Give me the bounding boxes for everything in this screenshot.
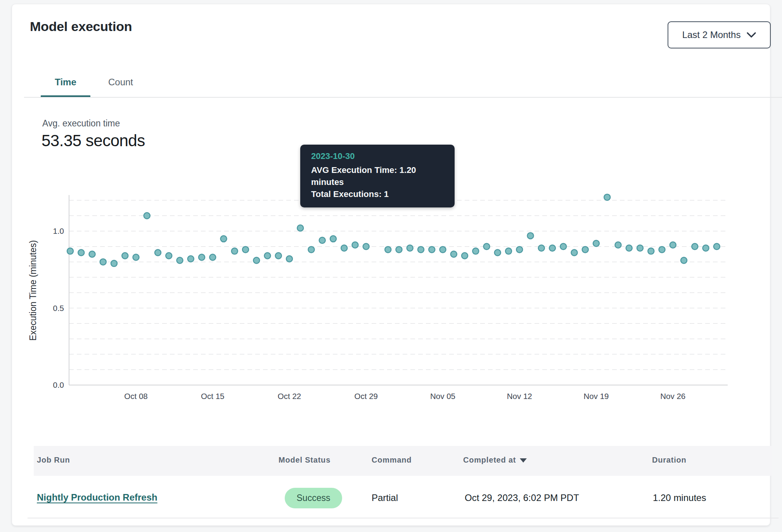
data-point[interactable]	[297, 225, 303, 231]
data-point[interactable]	[714, 244, 720, 250]
data-point[interactable]	[659, 247, 665, 253]
data-point[interactable]	[440, 247, 446, 253]
data-point[interactable]	[330, 236, 336, 242]
status-badge: Success	[285, 488, 342, 508]
data-point[interactable]	[286, 256, 292, 262]
x-tick-label: Nov 19	[584, 392, 609, 401]
data-point[interactable]	[703, 245, 709, 251]
data-point[interactable]	[560, 244, 566, 250]
data-point[interactable]	[341, 245, 347, 251]
y-tick-label: 1.0	[53, 226, 64, 235]
data-point[interactable]	[166, 253, 172, 259]
data-point[interactable]	[319, 237, 325, 244]
row-divider	[28, 518, 779, 518]
data-point[interactable]	[89, 251, 95, 257]
x-tick-label: Oct 22	[278, 392, 301, 401]
data-point[interactable]	[122, 253, 128, 259]
data-point[interactable]	[692, 244, 698, 250]
data-point[interactable]	[593, 240, 599, 247]
tab-time[interactable]: Time	[41, 73, 90, 91]
command-cell: Partial	[372, 492, 398, 503]
page-title: Model execution	[30, 19, 132, 34]
data-point[interactable]	[516, 247, 522, 253]
y-tick-label: 0.0	[53, 380, 64, 389]
data-point[interactable]	[78, 250, 84, 256]
data-point[interactable]	[604, 194, 610, 200]
data-point[interactable]	[265, 253, 271, 259]
data-point[interactable]	[462, 253, 468, 259]
x-tick-label: Nov 26	[660, 392, 685, 401]
data-point[interactable]	[188, 256, 194, 262]
avg-execution-time-value: 53.35 seconds	[42, 131, 145, 150]
data-point[interactable]	[242, 247, 249, 253]
data-point[interactable]	[429, 247, 435, 253]
data-point[interactable]	[253, 257, 260, 263]
data-point[interactable]	[209, 254, 216, 260]
duration-cell: 1.20 minutes	[653, 492, 706, 503]
data-point[interactable]	[549, 245, 555, 251]
data-point[interactable]	[681, 257, 687, 263]
data-point[interactable]	[505, 248, 512, 254]
data-point[interactable]	[615, 242, 621, 248]
data-point[interactable]	[111, 260, 117, 266]
tooltip-total-executions: Total Executions: 1	[311, 188, 444, 200]
data-point[interactable]	[155, 250, 161, 256]
data-point[interactable]	[144, 212, 150, 219]
data-point[interactable]	[484, 244, 490, 250]
data-point[interactable]	[670, 242, 676, 248]
data-point[interactable]	[363, 244, 369, 250]
data-point[interactable]	[275, 253, 282, 259]
date-range-label: Last 2 Months	[682, 29, 741, 40]
x-tick-label: Oct 15	[201, 392, 224, 401]
tooltip-avg-execution-time: AVG Execution Time: 1.20 minutes	[311, 164, 444, 188]
data-point[interactable]	[472, 248, 479, 254]
data-point[interactable]	[221, 236, 227, 242]
table-header-row: Job Run Model Status Command Completed a…	[34, 446, 772, 476]
data-point[interactable]	[626, 245, 632, 251]
data-point[interactable]	[232, 248, 238, 254]
data-point[interactable]	[582, 247, 588, 253]
data-point[interactable]	[571, 250, 578, 256]
data-point[interactable]	[100, 259, 106, 265]
job-run-link[interactable]: Nightly Production Refresh	[37, 492, 157, 503]
data-point[interactable]	[385, 247, 391, 253]
data-point[interactable]	[133, 254, 139, 260]
column-header-command[interactable]: Command	[372, 456, 412, 465]
y-tick-label: 0.5	[53, 304, 64, 313]
tabs-divider	[24, 97, 782, 98]
column-header-completed-at[interactable]: Completed at	[463, 456, 527, 465]
data-point[interactable]	[528, 233, 534, 239]
column-header-duration[interactable]: Duration	[652, 456, 687, 465]
chevron-down-icon	[747, 32, 756, 38]
data-point[interactable]	[308, 247, 315, 253]
x-tick-label: Oct 08	[124, 392, 147, 401]
x-tick-label: Nov 05	[430, 392, 455, 401]
data-point[interactable]	[495, 250, 501, 256]
data-point[interactable]	[637, 245, 643, 251]
data-point[interactable]	[396, 247, 402, 253]
x-tick-label: Oct 29	[355, 392, 378, 401]
sort-desc-icon[interactable]	[520, 458, 527, 463]
column-header-job-run[interactable]: Job Run	[37, 456, 70, 465]
column-header-model-status[interactable]: Model Status	[279, 456, 330, 465]
data-point[interactable]	[67, 248, 73, 254]
date-range-dropdown[interactable]: Last 2 Months	[668, 21, 771, 48]
data-point[interactable]	[352, 242, 358, 248]
data-point[interactable]	[648, 248, 654, 254]
chart-tooltip: 2023-10-30 AVG Execution Time: 1.20 minu…	[300, 145, 455, 207]
tooltip-date: 2023-10-30	[311, 151, 444, 161]
data-point[interactable]	[407, 245, 413, 251]
avg-execution-time-label: Avg. execution time	[42, 118, 120, 129]
y-axis-title: Execution Time (minutes)	[28, 240, 38, 340]
data-point[interactable]	[177, 257, 183, 263]
data-point[interactable]	[538, 245, 545, 251]
completed-at-cell: Oct 29, 2023, 6:02 PM PDT	[465, 492, 579, 503]
page-background: Model execution Last 2 Months Time Count…	[0, 0, 782, 532]
data-point[interactable]	[418, 247, 424, 253]
model-execution-card: Model execution Last 2 Months Time Count…	[12, 4, 770, 526]
data-point[interactable]	[451, 251, 457, 257]
x-tick-label: Nov 12	[507, 392, 532, 401]
data-point[interactable]	[199, 254, 205, 260]
tab-count[interactable]: Count	[96, 73, 145, 91]
